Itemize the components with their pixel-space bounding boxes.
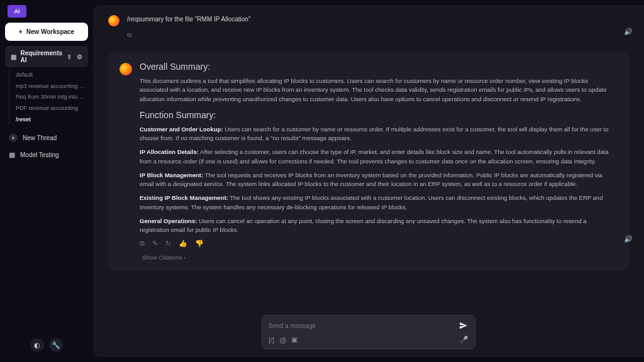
- workspace-header[interactable]: ▦ Requirements AI ⇪ ⚙: [5, 46, 88, 67]
- function-section: IP Allocation Details: After selecting a…: [140, 148, 618, 166]
- show-citations-button[interactable]: Show Citations ›: [142, 254, 618, 261]
- function-section: Existing IP Block Management: The tool s…: [140, 194, 618, 212]
- copy-icon[interactable]: ⧉: [127, 31, 131, 39]
- speaker-icon[interactable]: 🔊: [624, 235, 633, 243]
- function-section: IP Block Management: The tool requests a…: [140, 171, 618, 189]
- assistant-orb-icon: [108, 15, 119, 26]
- share-icon[interactable]: ⇪: [66, 53, 72, 60]
- section-title: IP Block Management:: [140, 172, 203, 178]
- mention-icon[interactable]: @: [279, 336, 286, 344]
- plus-circle-icon: +: [9, 133, 18, 142]
- app-badge: Ai: [8, 5, 26, 18]
- new-thread-button[interactable]: + New Thread: [5, 129, 88, 146]
- dashboard-icon: ▦: [9, 151, 15, 159]
- copy-icon[interactable]: ⧉: [140, 239, 145, 248]
- composer: [/] @ ▣ 🎤: [262, 315, 475, 349]
- sidebar-item-default[interactable]: default: [13, 70, 88, 81]
- sidebar-item-pdf[interactable]: PDF revenue accounting: [13, 103, 88, 114]
- gear-icon[interactable]: ⚙: [77, 53, 83, 60]
- edit-icon[interactable]: ✎: [152, 239, 158, 248]
- help-icon: ◐: [34, 341, 40, 349]
- response-content: Overall Summary: This document outlines …: [140, 62, 618, 261]
- section-title: Existing IP Block Management:: [140, 194, 228, 201]
- settings-button[interactable]: 🔧: [49, 338, 63, 352]
- message-input[interactable]: [269, 322, 453, 329]
- sidebar-bottom: ◐ 🔧: [5, 333, 88, 357]
- speaker-icon[interactable]: 🔊: [624, 28, 633, 36]
- sidebar-item-req30[interactable]: Req from 30min mtg into r...: [13, 92, 88, 103]
- response-block: Overall Summary: This document outlines …: [108, 52, 629, 271]
- sidebar: Ai + New Workspace ▦ Requirements AI ⇪ ⚙…: [0, 0, 93, 362]
- attachment-icon[interactable]: ▣: [291, 336, 297, 344]
- query-toolbar: ⧉: [108, 29, 629, 39]
- main-panel: /reqsummary for the file "RMM IP Allocat…: [93, 5, 644, 357]
- thumbs-up-icon[interactable]: 👍: [179, 239, 187, 248]
- function-summary-heading: Function Summary:: [140, 110, 618, 120]
- overall-summary-heading: Overall Summary:: [140, 62, 618, 72]
- response-actions: ⧉ ✎ ↻ 👍 👎: [140, 239, 618, 248]
- function-section: Customer and Order Lookup: Users can sea…: [140, 125, 618, 143]
- help-button[interactable]: ◐: [30, 338, 44, 352]
- sidebar-item-reset[interactable]: /reset: [13, 114, 88, 126]
- new-workspace-label: New Workspace: [26, 28, 75, 35]
- thumbs-down-icon[interactable]: 👎: [195, 239, 204, 248]
- wrench-icon: 🔧: [52, 341, 60, 349]
- function-section: General Operations: Users can cancel an …: [140, 217, 618, 235]
- sidebar-item-mp3[interactable]: mp3 revenue accounting te...: [13, 81, 88, 92]
- model-testing-button[interactable]: ▦ Model Testing: [5, 146, 88, 163]
- section-body: Users can cancel an operation at any poi…: [140, 217, 587, 233]
- query-row: /reqsummary for the file "RMM IP Allocat…: [108, 15, 629, 26]
- new-workspace-button[interactable]: + New Workspace: [5, 23, 88, 41]
- plus-icon: +: [19, 28, 23, 35]
- query-text: /reqsummary for the file "RMM IP Allocat…: [127, 15, 250, 24]
- thread-tree: default mp3 revenue accounting te... Req…: [9, 70, 88, 125]
- model-testing-label: Model Testing: [20, 151, 59, 158]
- send-icon: [458, 321, 469, 331]
- overall-summary-text: This document outlines a tool that simpl…: [140, 77, 618, 104]
- microphone-icon[interactable]: 🎤: [460, 336, 469, 344]
- conversation-scroll[interactable]: /reqsummary for the file "RMM IP Allocat…: [93, 5, 644, 327]
- section-title: General Operations:: [140, 217, 197, 224]
- assistant-orb-icon: [119, 63, 132, 75]
- section-title: Customer and Order Lookup:: [140, 126, 223, 133]
- regenerate-icon[interactable]: ↻: [165, 239, 171, 248]
- workspace-label: Requirements AI: [20, 50, 62, 63]
- section-body: The tool requests and receives IP blocks…: [140, 172, 602, 187]
- slash-command-icon[interactable]: [/]: [269, 336, 274, 344]
- new-thread-label: New Thread: [23, 134, 57, 141]
- section-body: After selecting a customer, users can ch…: [140, 148, 609, 164]
- grid-icon: ▦: [10, 53, 16, 60]
- send-button[interactable]: [458, 321, 469, 331]
- section-title: IP Allocation Details:: [140, 148, 199, 155]
